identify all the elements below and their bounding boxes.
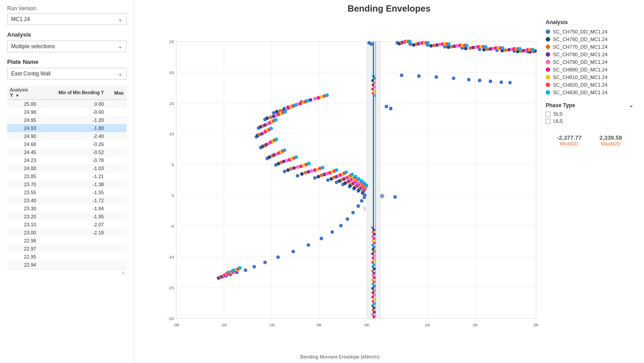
table-row[interactable]: 25.00 0.00: [7, 100, 126, 108]
analysis-dropdown[interactable]: Multiple selections ⌄: [7, 41, 126, 52]
svg-point-332: [365, 184, 368, 187]
table-row[interactable]: 23.55 -1.55: [7, 188, 126, 196]
phase-type-item[interactable]: ULS: [546, 118, 633, 124]
legend-item[interactable]: SC_CH750_DD_MC1.24: [546, 29, 633, 34]
legend-label: SC_CH780_DD_MC1.24: [553, 52, 607, 57]
col-header-min[interactable]: Min of Min Bending Y: [39, 86, 106, 100]
svg-point-108: [268, 155, 271, 159]
phase-type-item[interactable]: SLS: [546, 111, 633, 117]
svg-point-254: [320, 95, 323, 99]
svg-point-70: [291, 250, 295, 253]
table-row[interactable]: 24.90 -2.40: [7, 132, 126, 140]
svg-point-316: [294, 104, 297, 107]
table-row[interactable]: 24.93 -1.80: [7, 124, 126, 132]
cell-y: 24.00: [7, 164, 39, 172]
table-row[interactable]: 24.95 -1.20: [7, 116, 126, 124]
svg-point-125: [429, 44, 433, 48]
svg-point-393: [373, 311, 376, 313]
svg-text:15: 15: [169, 101, 174, 106]
analysis-label: Analysis: [7, 31, 126, 38]
legend-item[interactable]: SC_CH760_DD_MC1.24: [546, 37, 633, 42]
table-row[interactable]: 22.98: [7, 237, 126, 245]
svg-point-365: [373, 250, 376, 253]
table-row[interactable]: 24.00 -1.03: [7, 164, 126, 172]
run-version-dropdown[interactable]: MC1.24 ⌄: [7, 13, 126, 25]
table-row[interactable]: 23.70 -1.38: [7, 180, 126, 188]
svg-point-89: [400, 74, 404, 77]
plate-name-value: East Contig Wall: [11, 71, 51, 77]
legend-item[interactable]: SC_CH810_DD_MC1.24: [546, 75, 633, 80]
svg-point-390: [371, 305, 374, 307]
sort-arrow: ▼: [15, 93, 19, 98]
phase-checkbox[interactable]: [546, 112, 551, 117]
legend-label: SC_CH810_DD_MC1.24: [553, 75, 607, 80]
table-row[interactable]: 22.95: [7, 253, 126, 261]
legend-dot: [546, 52, 550, 57]
cell-max: [106, 156, 126, 164]
cell-min: -1.72: [39, 196, 106, 204]
table-row[interactable]: 22.94: [7, 261, 126, 269]
right-panel: Bending Envelopes: [134, 0, 644, 363]
table-row[interactable]: 23.30 -1.84: [7, 204, 126, 213]
phase-type-toggle[interactable]: Phase Type ⌄: [546, 102, 633, 108]
stats-section: -2,377.77 MinM2D 2,339.59 MaxM2D: [546, 133, 633, 146]
cell-y: 24.68: [7, 140, 39, 148]
legend-item[interactable]: SC_CH770_DD_MC1.24: [546, 44, 633, 50]
svg-point-112: [316, 175, 320, 179]
svg-point-163: [309, 98, 312, 102]
cell-min: -1.55: [39, 188, 106, 196]
data-table: Analysis Y ▼ Min of Min Bending Y Max 25…: [7, 86, 126, 269]
table-row[interactable]: 24.68 -0.26: [7, 140, 126, 148]
svg-point-66: [339, 224, 343, 227]
svg-point-396: [380, 194, 384, 198]
legend-label: SC_CH800_DD_MC1.24: [553, 67, 607, 72]
svg-point-72: [263, 261, 267, 264]
legend-label: SC_CH820_DD_MC1.24: [553, 82, 607, 88]
data-table-container: Analysis Y ▼ Min of Min Bending Y Max 25…: [7, 86, 126, 276]
legend-dot: [546, 75, 550, 79]
table-row[interactable]: 23.00 -2.18: [7, 229, 126, 237]
legend-item[interactable]: SC_CH820_DD_MC1.24: [546, 82, 633, 88]
svg-point-111: [300, 172, 304, 176]
cell-min: -0.60: [39, 108, 106, 116]
svg-point-324: [321, 166, 324, 169]
table-row[interactable]: 24.98 -0.60: [7, 108, 126, 116]
col-header-max[interactable]: Max: [106, 86, 126, 100]
table-row[interactable]: 23.40 -1.72: [7, 196, 126, 204]
svg-point-191: [507, 48, 511, 51]
svg-point-382: [371, 287, 374, 290]
legend-item[interactable]: SC_CH800_DD_MC1.24: [546, 67, 633, 72]
cell-min: -1.84: [39, 204, 106, 213]
phase-checkbox[interactable]: [546, 119, 551, 124]
svg-point-172: [292, 166, 296, 170]
analysis-section: Analysis Multiple selections ⌄: [7, 31, 126, 52]
table-row[interactable]: 23.20 -1.95: [7, 213, 126, 221]
legend-item[interactable]: SC_CH790_DD_MC1.24: [546, 59, 633, 65]
svg-point-378: [371, 278, 374, 281]
table-row[interactable]: 24.45 -0.52: [7, 148, 126, 156]
legend-item[interactable]: SC_CH780_DD_MC1.24: [546, 52, 633, 57]
legend-label: SC_CH750_DD_MC1.24: [553, 29, 607, 34]
col-header-analysis[interactable]: Analysis Y ▼: [7, 86, 39, 100]
svg-point-320: [274, 138, 278, 141]
table-row[interactable]: 22.97: [7, 245, 126, 253]
cell-y: 24.90: [7, 132, 39, 140]
svg-point-314: [325, 93, 329, 97]
scroll-right-indicator[interactable]: >: [7, 269, 126, 276]
phase-type-section: Phase Type ⌄ SLS ULS: [546, 102, 633, 124]
svg-point-392: [372, 309, 375, 311]
table-row[interactable]: 23.10 -2.07: [7, 221, 126, 229]
svg-point-202: [285, 159, 289, 163]
table-row[interactable]: 24.23 -0.78: [7, 156, 126, 164]
cell-min: -1.95: [39, 213, 106, 221]
svg-text:2K: 2K: [473, 322, 478, 327]
plate-name-dropdown[interactable]: East Contig Wall ⌄: [7, 68, 126, 79]
cell-y: 24.98: [7, 108, 39, 116]
svg-point-348: [372, 83, 375, 86]
legend-dot: [546, 29, 550, 34]
cell-max: [106, 196, 126, 204]
svg-point-142: [303, 171, 307, 175]
legend-item[interactable]: SC_CH830_DD_MC1.24: [546, 90, 633, 95]
svg-point-157: [450, 45, 453, 49]
table-row[interactable]: 23.85 -1.21: [7, 172, 126, 180]
